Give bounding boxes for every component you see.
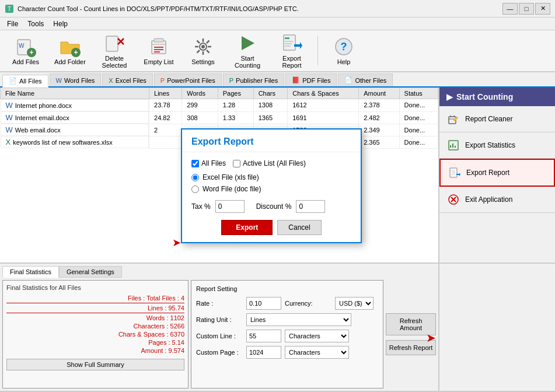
table-row[interactable]: WInternet phone.docx 23.78 299 1.28 1308…	[1, 99, 438, 112]
stats-group: Final Statistics for All Files Files : T…	[2, 280, 189, 388]
stat-value-words: Words : 1102	[146, 314, 184, 321]
tab-powerpoint-files-label: PowerPoint Files	[167, 77, 215, 84]
close-button[interactable]: ✕	[535, 3, 550, 15]
custom-page-row: Custom Page : Characters Words	[196, 346, 378, 359]
add-folder-label: Add Folder	[54, 58, 86, 65]
file-lines	[149, 136, 182, 148]
refresh-buttons: Refresh Amount Refresh Report	[386, 264, 438, 391]
svg-rect-30	[285, 41, 293, 42]
help-button[interactable]: ? Help	[323, 32, 365, 69]
currency-select[interactable]: USD ($) EUR (€) GBP (£)	[335, 297, 374, 310]
word-radio-label[interactable]: Word File (doc file)	[191, 185, 351, 193]
tab-powerpoint-files[interactable]: P PowerPoint Files	[154, 74, 222, 86]
stat-row-words: Words : 1102	[6, 314, 184, 321]
stat-row-lines: Lines : 95.74	[6, 304, 184, 312]
tab-other-files[interactable]: 📄 Other Files	[338, 74, 393, 86]
maximize-button[interactable]: □	[519, 3, 534, 15]
help-icon: ?	[333, 36, 354, 57]
excel-radio-label[interactable]: Excel File (xls file)	[191, 173, 351, 181]
all-files-checkbox[interactable]	[191, 160, 199, 167]
svg-rect-32	[285, 46, 291, 47]
export-report-right-label: Export Report	[466, 169, 509, 177]
svg-rect-8	[106, 36, 118, 51]
tab-pdf-files-icon: 📕	[292, 76, 300, 84]
export-report-button[interactable]: Export Report	[271, 32, 313, 69]
all-files-checkbox-label[interactable]: All Files	[191, 159, 226, 167]
svg-line-23	[197, 41, 200, 44]
menu-bar: File Tools Help	[0, 18, 555, 30]
tab-word-files[interactable]: W Word Files	[50, 74, 102, 86]
rating-unit-select[interactable]: Lines Words Pages Characters	[246, 313, 351, 326]
empty-list-button[interactable]: Empty List	[138, 32, 180, 69]
report-cleaner-button[interactable]: Report Cleaner	[439, 106, 555, 132]
show-full-summary-button[interactable]: Show Full Summary	[6, 359, 184, 370]
start-counting-button[interactable]: Start Counting	[226, 32, 268, 69]
tax-input[interactable]	[215, 200, 245, 213]
discount-input[interactable]	[296, 200, 325, 213]
help-label: Help	[337, 58, 351, 65]
minimize-button[interactable]: —	[502, 3, 518, 15]
custom-page-input[interactable]	[246, 346, 281, 359]
file-status: Done...	[399, 136, 438, 148]
rate-input[interactable]	[246, 297, 281, 310]
svg-marker-27	[242, 36, 254, 50]
file-lines: 24.82	[149, 111, 182, 124]
start-counting-label: Start Counting	[229, 55, 266, 69]
custom-page-unit-select[interactable]: Characters Words	[285, 346, 349, 359]
bottom-panel: Final Statistics General Settings Final …	[0, 262, 555, 391]
stat-row-chars-spaces: Chars & Spaces : 6370	[6, 331, 184, 338]
stat-value-chars-spaces: Chars & Spaces : 6370	[118, 331, 184, 338]
add-files-icon: W +	[15, 36, 36, 57]
start-counting-icon	[237, 33, 258, 54]
right-panel: ▶ Start Counting Report Cleaner	[438, 88, 555, 262]
custom-line-input[interactable]	[246, 330, 281, 342]
col-header-filename: File Name	[1, 88, 149, 99]
tab-all-files[interactable]: 📄 All Files	[2, 75, 48, 88]
col-header-pages: Pages	[218, 88, 253, 99]
rate-label: Rate :	[196, 300, 243, 307]
modal-cancel-button[interactable]: Cancel	[277, 220, 321, 235]
tab-other-files-label: Other Files	[355, 77, 386, 84]
menu-help[interactable]: Help	[48, 19, 72, 29]
stat-value-files: Files : Total Files : 4	[128, 295, 184, 302]
svg-rect-13	[154, 38, 163, 42]
excel-radio[interactable]	[191, 174, 199, 181]
table-row[interactable]: WInternet email.docx 24.82 308 1.33 1365…	[1, 111, 438, 124]
empty-list-label: Empty List	[144, 58, 173, 65]
delete-selected-button[interactable]: Delete Selected	[93, 32, 135, 69]
active-list-checkbox[interactable]	[233, 160, 240, 167]
custom-line-row: Custom Line : Characters Words	[196, 330, 378, 342]
refresh-report-button[interactable]: Refresh Report	[386, 340, 436, 355]
tab-excel-files-icon: X	[109, 77, 113, 84]
start-counting-header-icon: ▶	[446, 92, 453, 102]
settings-label: Settings	[191, 58, 215, 65]
right-panel-title: Start Counting	[456, 92, 513, 102]
file-icon-word: W	[6, 101, 13, 110]
settings-button[interactable]: Settings	[182, 32, 224, 69]
report-setting: Report Setting Rate : Currency: USD ($) …	[191, 280, 383, 388]
tab-pdf-files[interactable]: 📕 PDF Files	[285, 74, 337, 86]
word-radio[interactable]	[191, 186, 199, 193]
menu-tools[interactable]: Tools	[23, 19, 48, 29]
menu-file[interactable]: File	[2, 19, 23, 29]
custom-line-unit-select[interactable]: Characters Words	[285, 330, 349, 342]
tab-publisher-files-label: Publisher Files	[236, 77, 278, 84]
stats-tab-final[interactable]: Final Statistics	[2, 266, 59, 278]
modal-checkbox-row: All Files Active List (All Files)	[191, 159, 351, 167]
exit-application-button[interactable]: Exit Application	[439, 187, 555, 213]
report-cleaner-icon	[446, 112, 460, 126]
export-report-right-button[interactable]: Export Report	[439, 159, 555, 187]
add-files-button[interactable]: W + Add Files	[5, 32, 47, 69]
active-list-checkbox-label[interactable]: Active List (All Files)	[233, 159, 306, 167]
export-report-right-icon	[448, 166, 462, 180]
modal-export-button[interactable]: Export	[221, 220, 273, 235]
refresh-amount-button[interactable]: Refresh Amount	[386, 313, 436, 335]
svg-rect-31	[285, 43, 292, 44]
tab-excel-files[interactable]: X Excel Files	[102, 74, 153, 86]
stat-row-pages: Pages : 5.14	[6, 339, 184, 346]
add-folder-button[interactable]: + Add Folder	[49, 32, 91, 69]
stats-tab-general[interactable]: General Settings	[59, 266, 122, 278]
export-statistics-button[interactable]: Export Statistics	[439, 132, 555, 159]
right-panel-header: ▶ Start Counting	[439, 88, 555, 106]
tab-publisher-files[interactable]: P Publisher Files	[223, 74, 284, 86]
